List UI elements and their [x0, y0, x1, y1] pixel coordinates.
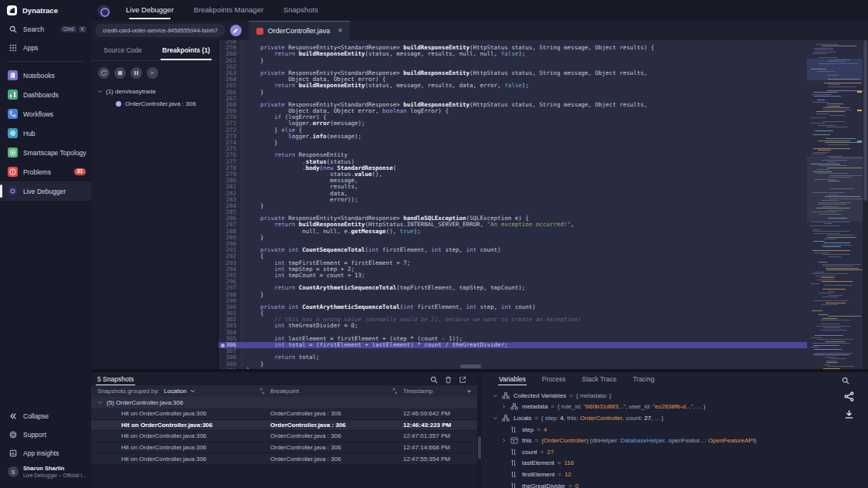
grouped-by-select[interactable]: Location: [164, 388, 186, 395]
code-line[interactable]: 260 return buildResponseEntity(status, m…: [219, 51, 807, 57]
code-line[interactable]: 266 }: [219, 90, 807, 96]
snapshots-tab[interactable]: 5 Snapshots: [96, 374, 135, 385]
stop-button[interactable]: [114, 67, 126, 79]
code-line[interactable]: 308 return total;: [219, 354, 807, 361]
snapshots-header: 5 Snapshots: [91, 372, 477, 385]
sidebar-item-dashboards[interactable]: Dashboards: [0, 85, 91, 104]
variable-row[interactable]: theGreatDivider=0: [482, 480, 868, 488]
close-tab-icon[interactable]: ×: [337, 27, 342, 35]
snapshot-row[interactable]: Hit on OrderController.java:306OrderCont…: [91, 453, 477, 465]
sidebar-item-problems[interactable]: Problems31: [0, 162, 91, 181]
code-editor[interactable]: 258259 private ResponseEntity<StandardRe…: [219, 40, 807, 372]
variable-row[interactable]: Locals={ step: 4, this: OrderController,…: [482, 412, 868, 424]
chevron-down-icon[interactable]: [493, 415, 499, 421]
sort-location-icon[interactable]: [259, 388, 265, 395]
sidebar-item-label: Smartscape Topology: [23, 149, 86, 157]
variable-row[interactable]: firstElement=12: [482, 469, 868, 480]
tab-tracing[interactable]: Tracing: [632, 374, 655, 385]
breakpoint-group[interactable]: (1) dem/easytrade: [97, 88, 218, 95]
breakpoint-column-header[interactable]: Breakpoint: [270, 388, 299, 395]
sidebar-item-workflows[interactable]: Workflows: [0, 104, 91, 124]
sitemap-icon: [502, 392, 510, 399]
sidebar-item-apps[interactable]: Apps: [0, 39, 91, 57]
code-line[interactable]: 273 logger.info(message);: [219, 134, 807, 140]
code-line[interactable]: 274 }: [219, 140, 807, 146]
code-line[interactable]: 291 private int CountSequenceTotal(int f…: [219, 247, 807, 253]
editor-tab-ordercontroller[interactable]: OrderController.java ×: [249, 21, 350, 40]
panel-tab-source-code[interactable]: Source Code: [91, 40, 154, 60]
sidebar-item-collapse[interactable]: Collapse: [0, 407, 91, 425]
nav-tab-live-debugger[interactable]: Live Debugger: [126, 0, 174, 21]
variable-row[interactable]: count=27: [482, 446, 868, 458]
search-snapshots-icon[interactable]: [430, 376, 438, 384]
code-line[interactable]: 283 error));: [219, 197, 807, 203]
sidebar-item-live-debugger[interactable]: Live Debugger: [0, 181, 91, 201]
snapshots-scrollbar-thumb[interactable]: [478, 436, 481, 459]
snapshot-row[interactable]: Hit on OrderController.java:306OrderCont…: [91, 408, 477, 420]
sort-timestamp-icon[interactable]: [466, 389, 472, 394]
code-line[interactable]: 295 int tmpCount = count + 13;: [219, 273, 807, 279]
snapshot-row[interactable]: Hit on OrderController.java:306OrderCont…: [91, 431, 477, 442]
editor-scrollbar[interactable]: [863, 40, 868, 372]
editor-scrollbar-thumb[interactable]: [863, 40, 867, 201]
variable-row[interactable]: lastElement=116: [482, 458, 868, 469]
code-line[interactable]: 300 private int CountArythmeticSequenceT…: [219, 304, 807, 310]
export-snapshots-icon[interactable]: [459, 376, 466, 384]
nav-tab-breakpoints-manager[interactable]: Breakpoints Manager: [194, 0, 263, 21]
search-variables-icon[interactable]: [842, 377, 849, 385]
refresh-button[interactable]: [98, 67, 110, 79]
minimap[interactable]: [807, 40, 863, 372]
chevron-down-icon[interactable]: [493, 393, 499, 398]
chevron-right-icon[interactable]: [501, 438, 507, 443]
snapshot-row[interactable]: Hit on OrderController.java:306OrderCont…: [91, 420, 477, 432]
sidebar-item-hub[interactable]: Hub: [0, 124, 91, 143]
sidebar-item-smartscape-topology[interactable]: Smartscape Topology: [0, 143, 91, 162]
code-line[interactable]: 298 }: [219, 292, 807, 298]
chevron-down-icon[interactable]: [190, 388, 195, 394]
variable-row[interactable]: this=(OrderController) (dbHelper: Databa…: [482, 435, 868, 446]
sidebar-item-search[interactable]: Search Cmd K: [0, 20, 91, 39]
chevron-right-icon[interactable]: [501, 404, 507, 409]
tab-process[interactable]: Process: [541, 374, 567, 385]
share-icon[interactable]: [844, 391, 854, 402]
code-line[interactable]: 271 logger.error(message);: [219, 120, 807, 127]
sidebar-item-notebooks[interactable]: Notebooks: [0, 66, 91, 85]
code-line[interactable]: 284 }: [219, 203, 807, 209]
sitemap-icon: [502, 415, 510, 422]
breakpoint-item[interactable]: OrderController.java : 306: [97, 95, 218, 107]
code-line[interactable]: 309 }: [219, 361, 807, 368]
variable-row[interactable]: metadata={ rule_id: "660b31d6f3...", use…: [482, 402, 868, 413]
sidebar-item-support[interactable]: Support: [0, 425, 91, 444]
play-button[interactable]: [147, 67, 158, 79]
code-line[interactable]: 297 return CountArythmeticSequenceTotal(…: [219, 285, 807, 291]
minimap-selection: [807, 59, 863, 80]
snapshot-group-row[interactable]: (5) OrderController.java:306: [91, 397, 477, 408]
download-icon[interactable]: [844, 409, 854, 419]
sidebar-item-app-insights[interactable]: App insights: [0, 444, 91, 463]
panel-tab-breakpoints-1-[interactable]: Breakpoints (1): [154, 40, 218, 60]
minimap-line: [827, 106, 840, 107]
tab-variables[interactable]: Variables: [498, 374, 527, 385]
timestamp-column-header[interactable]: Timestamp: [403, 388, 432, 395]
number-icon: [510, 483, 519, 488]
code-line[interactable]: 261 }: [219, 58, 807, 64]
service-selector[interactable]: credit-card-order-service-8458555944-bdx…: [95, 24, 225, 37]
delete-snapshots-icon[interactable]: [445, 376, 452, 384]
tab-stack-trace[interactable]: Stack Trace: [581, 374, 618, 385]
code-line[interactable]: 265 return buildResponseEntity(status, m…: [219, 83, 807, 89]
edit-service-button[interactable]: [230, 25, 242, 36]
variable-row[interactable]: Collected Variables={ metadata: }: [482, 390, 868, 402]
variable-row[interactable]: step=4: [482, 424, 868, 435]
nav-tab-snapshots[interactable]: Snapshots: [283, 0, 318, 21]
user-profile[interactable]: S Sharon Sharlin Live Debugger – Officia…: [0, 463, 91, 485]
minimap-viewport[interactable]: [807, 156, 863, 222]
code-line[interactable]: 289 }: [219, 235, 807, 241]
snapshot-row[interactable]: Hit on OrderController.java:306OrderCont…: [91, 442, 477, 454]
code-line[interactable]: 303 int theGreatDivider = 0;: [219, 323, 807, 329]
panel-resize-handle[interactable]: [460, 364, 481, 368]
code-line[interactable]: 306 int total = (firstElement + lastElem…: [219, 342, 807, 348]
breakpoint-dot-icon[interactable]: [221, 344, 225, 347]
pause-button[interactable]: [131, 67, 142, 79]
sort-breakpoint-icon[interactable]: [392, 388, 398, 395]
code-line[interactable]: 288 null, null, e.getMessage(), true);: [219, 229, 807, 235]
